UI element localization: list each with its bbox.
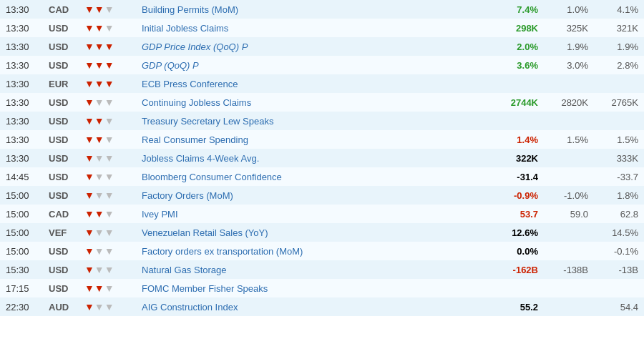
actual-cell	[487, 279, 544, 297]
bull-icons-cell: ▼▼▼	[79, 297, 136, 316]
previous-cell: 54.4	[594, 297, 644, 316]
time-cell: 15:30	[0, 260, 43, 279]
time-cell: 22:30	[0, 297, 43, 316]
table-row: 13:30 USD ▼▼▼ Real Consumer Spending 1.4…	[0, 130, 644, 149]
bull-icons-cell: ▼▼▼	[79, 279, 136, 297]
bull-icon-gray: ▼	[104, 134, 114, 145]
event-cell[interactable]: Factory orders ex transportation (MoM)	[136, 242, 487, 260]
bull-icon-red: ▼	[84, 190, 94, 201]
currency-cell: USD	[43, 186, 79, 205]
time-cell: 13:30	[0, 19, 43, 37]
bull-icon-red: ▼	[84, 282, 94, 294]
currency-cell: USD	[43, 279, 79, 297]
bull-icons-cell: ▼▼▼	[79, 223, 136, 242]
bull-icon-gray: ▼	[94, 171, 104, 182]
bull-icon-red: ▼	[84, 97, 94, 108]
bull-icon-gray: ▼	[94, 190, 104, 201]
previous-cell: 2.8%	[594, 56, 644, 74]
bull-icon-red: ▼	[84, 22, 94, 34]
actual-cell: 55.2	[487, 297, 544, 316]
event-cell[interactable]: Real Consumer Spending	[136, 130, 487, 149]
table-row: 13:30 USD ▼▼▼ GDP (QoQ) P 3.6% 3.0% 2.8%	[0, 56, 644, 74]
time-cell: 15:00	[0, 223, 43, 242]
bull-icon-red: ▼	[104, 78, 114, 89]
actual-cell: 2744K	[487, 93, 544, 112]
forecast-cell	[544, 74, 594, 93]
bull-icon-red: ▼	[84, 264, 94, 275]
bull-icons-cell: ▼▼▼	[79, 19, 136, 37]
event-cell[interactable]: Jobless Claims 4-Week Avg.	[136, 149, 487, 167]
time-cell: 13:30	[0, 93, 43, 112]
currency-cell: USD	[43, 93, 79, 112]
bull-icon-red: ▼	[104, 59, 114, 71]
bull-icon-red: ▼	[84, 301, 94, 313]
event-cell[interactable]: AIG Construction Index	[136, 297, 487, 316]
event-name: GDP (QoQ) P	[142, 60, 199, 71]
event-cell[interactable]: Initial Jobless Claims	[136, 19, 487, 37]
currency-cell: CAD	[43, 0, 79, 19]
actual-cell: 1.4%	[487, 130, 544, 149]
currency-cell: USD	[43, 167, 79, 186]
bull-icon-red: ▼	[94, 59, 104, 71]
event-name: GDP Price Index (QoQ) P	[142, 41, 248, 52]
currency-cell: AUD	[43, 297, 79, 316]
previous-cell: 14.5%	[594, 223, 644, 242]
actual-cell: -31.4	[487, 167, 544, 186]
event-name: AIG Construction Index	[142, 302, 238, 313]
bull-icons-cell: ▼▼▼	[79, 37, 136, 56]
event-cell[interactable]: Treasury Secretary Lew Speaks	[136, 112, 487, 130]
event-name: Continuing Jobless Claims	[142, 97, 251, 108]
event-cell[interactable]: ECB Press Conference	[136, 74, 487, 93]
event-cell[interactable]: GDP (QoQ) P	[136, 56, 487, 74]
bull-icons-cell: ▼▼▼	[79, 130, 136, 149]
actual-cell: 7.4%	[487, 0, 544, 19]
bull-icons-cell: ▼▼▼	[79, 56, 136, 74]
table-row: 14:45 USD ▼▼▼ Bloomberg Consumer Confide…	[0, 167, 644, 186]
bull-icon-red: ▼	[94, 282, 104, 294]
table-row: 13:30 USD ▼▼▼ Treasury Secretary Lew Spe…	[0, 112, 644, 130]
event-cell[interactable]: Factory Orders (MoM)	[136, 186, 487, 205]
currency-cell: CAD	[43, 205, 79, 223]
bull-icon-red: ▼	[84, 134, 94, 145]
table-row: 22:30 AUD ▼▼▼ AIG Construction Index 55.…	[0, 297, 644, 316]
table-row: 15:00 VEF ▼▼▼ Venezuelan Retail Sales (Y…	[0, 223, 644, 242]
event-cell[interactable]: Bloomberg Consumer Confidence	[136, 167, 487, 186]
actual-cell: 12.6%	[487, 223, 544, 242]
previous-cell: 333K	[594, 149, 644, 167]
bull-icon-gray: ▼	[104, 97, 114, 108]
event-cell[interactable]: FOMC Member Fisher Speaks	[136, 279, 487, 297]
bull-icons-cell: ▼▼▼	[79, 149, 136, 167]
previous-cell: 2765K	[594, 93, 644, 112]
bull-icon-gray: ▼	[104, 171, 114, 182]
forecast-cell: 3.0%	[544, 56, 594, 74]
bull-icon-red: ▼	[94, 4, 104, 15]
event-cell[interactable]: Ivey PMI	[136, 205, 487, 223]
time-cell: 13:30	[0, 37, 43, 56]
bull-icons-cell: ▼▼▼	[79, 242, 136, 260]
bull-icon-gray: ▼	[94, 97, 104, 108]
bull-icon-gray: ▼	[104, 227, 114, 238]
event-cell[interactable]: Natural Gas Storage	[136, 260, 487, 279]
bull-icon-gray: ▼	[104, 190, 114, 201]
forecast-cell: -1.0%	[544, 186, 594, 205]
currency-cell: USD	[43, 37, 79, 56]
bull-icons-cell: ▼▼▼	[79, 205, 136, 223]
bull-icon-gray: ▼	[94, 264, 104, 275]
table-row: 15:00 USD ▼▼▼ Factory Orders (MoM) -0.9%…	[0, 186, 644, 205]
event-cell[interactable]: Building Permits (MoM)	[136, 0, 487, 19]
event-cell[interactable]: Continuing Jobless Claims	[136, 93, 487, 112]
bull-icon-gray: ▼	[94, 245, 104, 257]
event-cell[interactable]: GDP Price Index (QoQ) P	[136, 37, 487, 56]
table-row: 17:15 USD ▼▼▼ FOMC Member Fisher Speaks	[0, 279, 644, 297]
time-cell: 13:30	[0, 112, 43, 130]
event-name: Ivey PMI	[142, 209, 178, 220]
bull-icons-cell: ▼▼▼	[79, 260, 136, 279]
event-cell[interactable]: Venezuelan Retail Sales (YoY)	[136, 223, 487, 242]
economic-calendar-table: 13:30 CAD ▼▼▼ Building Permits (MoM) 7.4…	[0, 0, 644, 316]
bull-icon-gray: ▼	[104, 152, 114, 164]
time-cell: 14:45	[0, 167, 43, 186]
actual-cell: 2.0%	[487, 37, 544, 56]
time-cell: 13:30	[0, 130, 43, 149]
forecast-cell	[544, 112, 594, 130]
bull-icon-red: ▼	[84, 171, 94, 182]
